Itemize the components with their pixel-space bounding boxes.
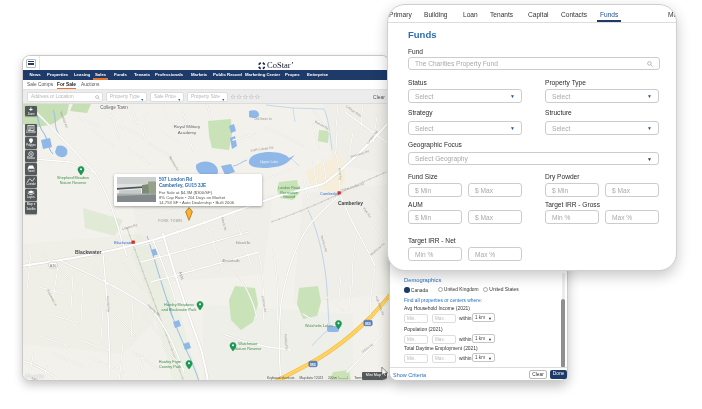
svg-text:Watchmoor: Watchmoor — [238, 342, 258, 346]
svg-text:London Road: London Road — [278, 186, 300, 190]
svg-text:Country Park: Country Park — [159, 365, 181, 369]
svg-text:and Blackwater Park: and Blackwater Park — [162, 308, 197, 312]
svg-text:Blackwater: Blackwater — [75, 249, 101, 255]
svg-text:Hawley Meadows: Hawley Meadows — [164, 303, 194, 307]
svg-text:Shepherd Meadow: Shepherd Meadow — [57, 176, 89, 180]
svg-text:Camberley: Camberley — [320, 191, 339, 196]
svg-text:Watchetts Lakes: Watchetts Lakes — [305, 324, 333, 328]
svg-text:College Town: College Town — [100, 105, 128, 110]
svg-text:Fernhill Rd: Fernhill Rd — [106, 296, 111, 312]
svg-text:Camberley: Camberley — [338, 201, 363, 206]
svg-text:Alexandra Av: Alexandra Av — [222, 259, 240, 263]
svg-text:Recreation: Recreation — [280, 191, 297, 195]
svg-text:YORK TOWN: YORK TOWN — [158, 219, 183, 223]
svg-text:Academy: Academy — [178, 130, 197, 135]
svg-text:M3: M3 — [365, 321, 371, 326]
svg-text:Nature Reserve: Nature Reserve — [60, 181, 87, 185]
svg-text:Ground: Ground — [283, 195, 295, 199]
svg-text:Edward Av: Edward Av — [236, 241, 251, 245]
svg-text:Upper Lake: Upper Lake — [260, 160, 278, 164]
svg-text:A30: A30 — [50, 264, 56, 268]
svg-text:Royal Military: Royal Military — [174, 124, 201, 129]
svg-text:Nature Reserve: Nature Reserve — [235, 347, 262, 351]
svg-text:Hawley Farm: Hawley Farm — [159, 360, 181, 364]
svg-text:Old Green Ln: Old Green Ln — [254, 117, 272, 121]
svg-text:M3: M3 — [310, 362, 316, 367]
svg-text:Blackwater: Blackwater — [114, 240, 134, 245]
